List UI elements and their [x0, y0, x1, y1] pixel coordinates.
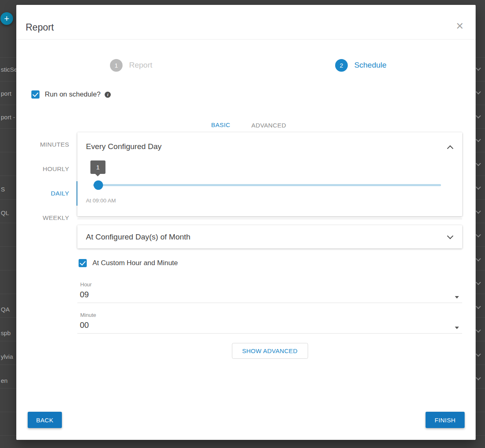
run-on-schedule-row: Run on schedule? i — [31, 90, 111, 99]
background-row-text: port - — [1, 114, 15, 121]
card-title: Every Configured Day — [86, 142, 162, 151]
minute-select-label: Minute — [80, 312, 96, 318]
run-on-schedule-checkbox[interactable] — [31, 90, 40, 99]
background-row-text: QL — [1, 209, 9, 216]
step-report[interactable]: 1 Report — [16, 53, 246, 77]
schedule-tabs: BASIC ADVANCED — [16, 116, 476, 134]
show-advanced-button[interactable]: SHOW ADVANCED — [232, 343, 308, 359]
report-dialog: Report × 1 Report 2 Schedule Run on sche… — [16, 5, 476, 440]
info-icon[interactable]: i — [105, 92, 111, 98]
stepper: 1 Report 2 Schedule — [16, 53, 476, 77]
day-of-month-card-header[interactable]: At Configured Day(s) of Month — [77, 225, 462, 248]
sidebar-item-weekly[interactable]: WEEKLY — [16, 206, 77, 230]
chevron-up-icon — [447, 145, 454, 152]
step-schedule[interactable]: 2 Schedule — [246, 53, 476, 77]
background-row-text: port — [1, 90, 11, 97]
sidebar-item-hourly[interactable]: HOURLY — [16, 157, 77, 181]
custom-hour-minute-checkbox[interactable] — [79, 259, 87, 267]
tab-basic[interactable]: BASIC — [198, 116, 244, 134]
plus-icon: + — [4, 14, 9, 23]
chevron-down-icon — [447, 233, 454, 239]
custom-hour-minute-label: At Custom Hour and Minute — [92, 259, 178, 267]
sidebar-item-daily[interactable]: DAILY — [16, 181, 77, 206]
dialog-header: Report × — [16, 5, 476, 40]
back-button[interactable]: BACK — [28, 412, 62, 428]
finish-button[interactable]: FINISH — [426, 412, 465, 428]
step-label: Report — [129, 61, 152, 70]
daily-panel: Every Configured Day 1 At 09:00 AM At Co… — [77, 132, 462, 365]
custom-hour-minute-row: At Custom Hour and Minute — [79, 259, 178, 267]
hour-select-label: Hour — [80, 281, 92, 288]
hour-select-value: 09 — [80, 290, 89, 299]
background-row-text: QA — [1, 306, 10, 313]
every-configured-day-header[interactable]: Every Configured Day — [86, 142, 452, 151]
every-configured-day-card: Every Configured Day 1 At 09:00 AM — [77, 132, 462, 216]
hour-select[interactable]: Hour 09 — [77, 279, 462, 303]
select-caret-icon — [455, 296, 459, 299]
card-title: At Configured Day(s) of Month — [86, 233, 191, 242]
background-row-text: ylvia — [1, 353, 13, 360]
tab-advanced[interactable]: ADVANCED — [244, 116, 294, 134]
background-row-text: S — [1, 186, 5, 193]
sidebar-item-minutes[interactable]: MINUTES — [16, 132, 77, 157]
minute-select[interactable]: Minute 00 — [77, 310, 462, 334]
select-caret-icon — [455, 327, 459, 329]
day-interval-slider-thumb[interactable] — [94, 180, 103, 190]
day-interval-slider-track[interactable] — [93, 184, 441, 186]
panel-divider — [77, 219, 462, 219]
step-label: Schedule — [354, 61, 386, 70]
add-fab-button[interactable]: + — [0, 12, 13, 25]
dialog-title: Report — [26, 22, 54, 33]
background-row-text: sticSe — [1, 66, 18, 73]
close-icon[interactable]: × — [456, 20, 463, 32]
minute-select-value: 00 — [80, 321, 89, 330]
step-number-badge: 1 — [110, 59, 123, 72]
run-on-schedule-label: Run on schedule? — [45, 90, 101, 99]
frequency-nav: MINUTES HOURLY DAILY WEEKLY — [16, 132, 77, 230]
slider-caption: At 09:00 AM — [86, 198, 116, 204]
background-row-text: spb — [1, 329, 11, 336]
step-number-badge: 2 — [335, 59, 348, 72]
background-row-text: en — [1, 377, 8, 384]
slider-value-tooltip: 1 — [90, 160, 105, 174]
